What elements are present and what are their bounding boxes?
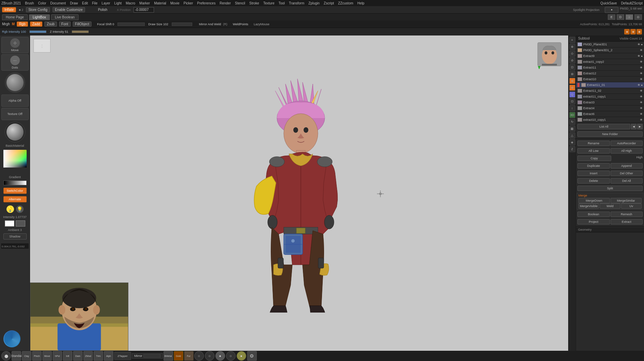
rotate-icon[interactable]: ↻ — [569, 119, 575, 125]
action-icon-3[interactable]: ⊕ — [636, 29, 642, 34]
z-intensity-slider[interactable] — [72, 30, 89, 33]
defaultzscript-button[interactable]: DefaultZScript — [621, 1, 643, 5]
subtool-item-extract11-01[interactable]: Extract11_01 👁 ● — [576, 82, 644, 88]
menu-item-draw[interactable]: Draw — [70, 1, 78, 5]
frame-icon[interactable]: ⊡ — [569, 98, 575, 104]
bottom-tool-inflate[interactable]: Infl — [63, 351, 72, 361]
project-button[interactable]: Project — [577, 219, 610, 225]
bottom-round-btn-5[interactable]: ● — [237, 351, 246, 361]
menu-item-color[interactable]: Color — [38, 1, 46, 5]
zsub-button[interactable]: Zsub — [44, 21, 57, 27]
gray-swatch[interactable] — [16, 220, 25, 227]
menu-item-material[interactable]: Material — [154, 1, 166, 5]
qviz-icon[interactable]: Q — [569, 91, 575, 98]
bottom-round-btn-1[interactable]: ○ — [194, 351, 204, 361]
scroll-icon[interactable]: ≡ — [569, 37, 575, 43]
orange-icon1[interactable]: ⊛ — [569, 78, 575, 84]
action-icon-1[interactable]: ⊕ — [624, 29, 630, 34]
fill-object-button[interactable]: FillObject — [73, 21, 92, 27]
bottom-tool-standard[interactable]: Standai — [12, 351, 21, 361]
bottom-tool-move[interactable]: Move — [42, 351, 52, 361]
subtool-item-extract1copy2[interactable]: extract1_copy2 👁 — [576, 59, 644, 65]
inflate-button[interactable]: Inflate — [2, 7, 16, 12]
menu-item-help[interactable]: Help — [358, 1, 365, 5]
alpha-off-tool[interactable]: Alpha Off — [1, 95, 29, 107]
menu-item-render[interactable]: Render — [220, 1, 231, 5]
enable-customize-button[interactable]: Enable Customize — [53, 7, 85, 12]
all-low-button[interactable]: All Low — [577, 148, 610, 154]
zpace-icon[interactable]: Z — [569, 146, 575, 152]
new-folder-button[interactable]: New Folder — [577, 131, 643, 137]
menu-item-document[interactable]: Document — [50, 1, 66, 5]
menu-item-tool[interactable]: Tool — [279, 1, 285, 5]
move-icon-right[interactable]: ↕ — [569, 105, 575, 111]
copy-button[interactable]: Copy — [577, 156, 611, 161]
bottom-tool-furbg[interactable]: Fur — [184, 351, 194, 361]
subtool-item-sphere3d1[interactable]: PM3D_Sphere3D1_2 👁 — [576, 47, 644, 53]
insert-button[interactable]: Insert — [577, 171, 610, 176]
light-on-icon[interactable]: 💡 — [6, 205, 14, 213]
brush-preview-sphere[interactable] — [5, 72, 25, 93]
transform-icon-edit[interactable]: E — [608, 14, 615, 20]
orange-icon2[interactable]: ⊛ — [569, 85, 575, 91]
sphere-preview[interactable]: ● — [605, 7, 618, 13]
globe-icon[interactable] — [3, 330, 20, 347]
transp-icon[interactable]: ◈ — [569, 139, 575, 145]
rename-button[interactable]: Rename — [577, 141, 610, 146]
zadd-button[interactable]: Zadd — [30, 21, 43, 27]
menu-item-movie[interactable]: Movie — [170, 1, 180, 5]
transform-icon-draw[interactable]: D — [617, 14, 624, 20]
transform-icon-head[interactable]: ⊙ — [634, 14, 642, 20]
boolean-button[interactable]: Boolean — [577, 212, 610, 217]
autorecorder-button[interactable]: AutoRecorder — [611, 141, 643, 146]
bottom-tool-alpha[interactable]: Alph — [104, 351, 113, 361]
subtool-item-extract12[interactable]: Extract12 👁 — [576, 71, 644, 76]
menu-item-texture[interactable]: Texture — [263, 1, 275, 5]
bottom-tool-basicmetal[interactable]: BMetal — [164, 351, 173, 361]
duplicate-button[interactable]: Duplicate — [577, 163, 610, 169]
bottom-tool-trimby[interactable]: Trim — [94, 351, 103, 361]
store-config-button[interactable]: Store Config — [26, 7, 50, 12]
bottom-round-btn-3[interactable]: ● — [215, 351, 225, 361]
polyt-icon[interactable]: △ — [569, 132, 575, 139]
bottom-tool-hpolish[interactable]: hPol — [53, 351, 62, 361]
menu-item-edit[interactable]: Edit — [82, 1, 88, 5]
menu-item-layer[interactable]: Layer — [102, 1, 110, 5]
menu-item-picker[interactable]: Picker — [183, 1, 193, 5]
move-tool[interactable]: ⊹ Move — [1, 37, 29, 53]
color-picker[interactable] — [3, 150, 27, 173]
action-icon-2[interactable]: ⊕ — [630, 29, 636, 34]
menu-item-stencil[interactable]: Stencil — [235, 1, 245, 5]
menu-item-transform[interactable]: Transform — [289, 1, 304, 5]
quicksave-button[interactable]: QuickSave — [600, 1, 617, 5]
rgb-button[interactable]: Rgb — [17, 21, 28, 27]
alternate-button[interactable]: Alternate — [3, 196, 27, 202]
merge-similar-button[interactable]: MergeSimilar — [611, 198, 642, 203]
dots-tool[interactable]: ··· Dots — [1, 54, 29, 71]
subtool-item-extract11copy1[interactable]: extract11_copy1 👁 — [576, 94, 644, 100]
subtool-item-extract4[interactable]: Extract4 👁 — [576, 105, 644, 111]
subtool-item-extract10copy1[interactable]: extract10_copy1 👁 — [576, 117, 644, 123]
del-other-button[interactable]: Del Other — [611, 171, 643, 176]
subtool-item-extract11-02[interactable]: Extract11_02 👁 — [576, 88, 644, 94]
light-off-icon[interactable]: 💡 — [16, 205, 24, 213]
subtool-arrow-right[interactable]: ► — [637, 124, 643, 129]
spotlight-projection[interactable]: Spotlight Projection — [573, 8, 600, 12]
weld-button[interactable]: Weld — [600, 203, 620, 209]
menu-item-zzcustom[interactable]: ZZcustom — [338, 1, 353, 5]
list-all-button[interactable]: List All — [577, 124, 630, 129]
remesh-button[interactable]: Remesh — [611, 212, 643, 217]
menu-item-preferences[interactable]: Preferences — [197, 1, 215, 5]
menu-item-marker[interactable]: Marker — [139, 1, 150, 5]
delete-button[interactable]: Delete — [577, 178, 610, 184]
subtool-item-extract9[interactable]: Extract9 👁 ● — [576, 53, 644, 59]
tile-icon[interactable]: ▦ — [569, 126, 575, 132]
tab-home-page[interactable]: Home Page — [2, 14, 28, 20]
menu-item-brush[interactable]: Brush — [25, 1, 34, 5]
white-swatch[interactable] — [5, 220, 14, 227]
ztapper-tool[interactable]: ZTapper — [114, 352, 131, 360]
all-high-button[interactable]: All High — [611, 148, 643, 154]
bottom-round-btn-2[interactable]: ○ — [205, 351, 214, 361]
merge-visible-button[interactable]: MergeVisible — [578, 203, 599, 209]
menu-item-zscript[interactable]: Zscript — [324, 1, 334, 5]
